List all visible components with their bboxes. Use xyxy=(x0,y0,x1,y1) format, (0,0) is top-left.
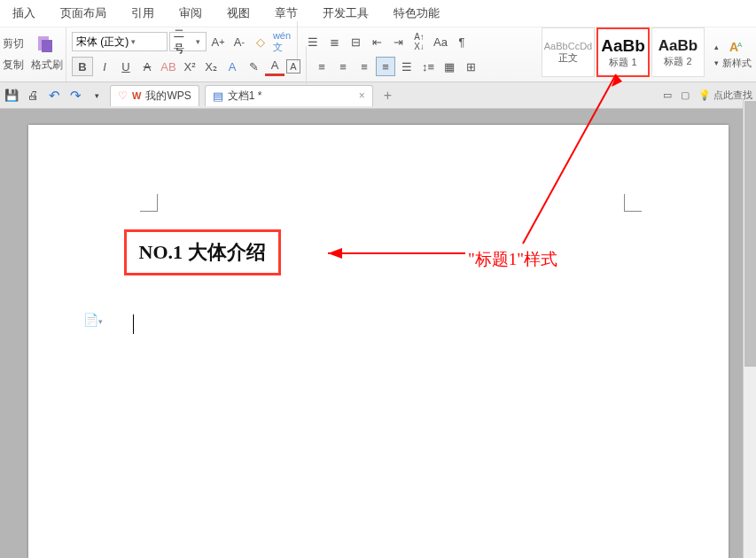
style-heading1[interactable]: AaBb 标题 1 xyxy=(596,27,650,77)
decrease-indent-icon[interactable]: ⇤ xyxy=(367,32,386,51)
menu-chapter[interactable]: 章节 xyxy=(262,2,310,25)
paragraph-options-icon[interactable]: 📄▾ xyxy=(83,313,103,327)
align-left-icon[interactable]: ≡ xyxy=(312,57,331,76)
new-style-icon: AA xyxy=(728,39,745,57)
heart-icon: ♡ xyxy=(118,89,128,102)
menu-reference[interactable]: 引用 xyxy=(119,2,167,25)
emphasis-icon[interactable]: AB xyxy=(159,57,178,76)
font-size-combo[interactable]: 二号▾ xyxy=(169,32,207,51)
bold-icon[interactable]: B xyxy=(72,57,93,76)
new-tab-icon[interactable]: + xyxy=(378,88,397,104)
multilevel-icon[interactable]: ⊟ xyxy=(346,32,365,51)
highlight-icon[interactable]: ✎ xyxy=(244,57,263,76)
underline-icon[interactable]: U xyxy=(116,57,136,76)
vertical-scrollbar[interactable] xyxy=(743,100,756,558)
cut-label[interactable]: 剪切 xyxy=(3,36,24,51)
close-tab-icon[interactable]: × xyxy=(359,89,365,102)
italic-icon[interactable]: I xyxy=(95,57,114,76)
phonetic-icon[interactable]: wén文 xyxy=(272,32,292,51)
align-justify-icon[interactable]: ≡ xyxy=(376,57,395,76)
annotation-label: "标题1"样式 xyxy=(468,248,557,271)
strike-icon[interactable]: A xyxy=(137,57,157,76)
menu-devtools[interactable]: 开发工具 xyxy=(310,2,381,25)
font-name-combo[interactable]: 宋体 (正文)▾ xyxy=(72,32,168,51)
increase-indent-icon[interactable]: ⇥ xyxy=(388,32,408,51)
numbering-icon[interactable]: ≣ xyxy=(324,32,344,51)
save-icon[interactable]: 💾 xyxy=(4,88,19,104)
qat-dropdown-icon[interactable]: ▾ xyxy=(89,88,105,104)
clear-format-icon[interactable]: ◇ xyxy=(251,32,270,51)
expand-icon[interactable]: ▢ xyxy=(681,89,690,101)
bulb-icon: 💡 xyxy=(698,89,711,101)
copy-label[interactable]: 复制 xyxy=(3,58,24,73)
document-tab-bar: 💾 🖨 ↶ ↷ ▾ ♡ W 我的WPS ▤ 文档1 * × + ▭ ▢ 💡点此查… xyxy=(0,82,756,109)
print-icon[interactable]: 🖨 xyxy=(25,88,41,104)
grow-font-icon[interactable]: A+ xyxy=(208,32,228,51)
heading1-text[interactable]: NO.1 大体介绍 xyxy=(139,241,266,263)
menu-insert[interactable]: 插入 xyxy=(0,2,48,25)
style-heading2[interactable]: AaBb 标题 2 xyxy=(651,27,705,77)
subscript-icon[interactable]: X₂ xyxy=(201,57,221,76)
change-case-icon[interactable]: Aa xyxy=(431,32,450,51)
sort-icon[interactable]: A↑X↓ xyxy=(409,32,429,51)
menu-bar: 插入 页面布局 引用 审阅 视图 章节 开发工具 特色功能 xyxy=(0,0,756,27)
text-effects-icon[interactable]: A xyxy=(222,57,242,76)
word-doc-icon: ▤ xyxy=(213,89,223,103)
show-marks-icon[interactable]: ¶ xyxy=(452,32,472,51)
margin-mark-tr xyxy=(624,194,642,212)
page[interactable]: NO.1 大体介绍 📄▾ xyxy=(28,125,729,558)
style-gallery: AaBbCcDd 正文 AaBb 标题 1 AaBb 标题 2 ▴ ▾ xyxy=(542,27,717,81)
line-spacing-icon[interactable]: ↕≡ xyxy=(418,57,438,76)
wrap-icon[interactable]: ▭ xyxy=(663,89,672,101)
shading-icon[interactable]: ▦ xyxy=(440,57,459,76)
align-center-icon[interactable]: ≡ xyxy=(333,57,353,76)
distribute-icon[interactable]: ☰ xyxy=(397,57,417,76)
superscript-icon[interactable]: X² xyxy=(180,57,199,76)
paste-icon[interactable] xyxy=(31,31,56,56)
heading1-highlight-box: NO.1 大体介绍 xyxy=(124,229,281,275)
align-right-icon[interactable]: ≡ xyxy=(355,57,374,76)
format-painter-label[interactable]: 格式刷 xyxy=(31,58,63,73)
wps-logo-icon: W xyxy=(132,90,141,101)
tab-document1[interactable]: ▤ 文档1 * × xyxy=(205,85,373,106)
char-border-icon[interactable]: A xyxy=(286,59,300,74)
menu-pagelayout[interactable]: 页面布局 xyxy=(48,2,119,25)
ribbon: 剪切 复制 格式刷 宋体 (正文)▾ 二号▾ A+ A- ◇ wén文 ☰ ≣ … xyxy=(0,27,756,82)
svg-text:A: A xyxy=(737,41,743,49)
text-cursor xyxy=(133,314,134,334)
scrollbar-thumb[interactable] xyxy=(744,101,756,367)
document-area: NO.1 大体介绍 📄▾ xyxy=(0,109,756,558)
font-color-icon[interactable]: A xyxy=(265,57,284,76)
menu-review[interactable]: 审阅 xyxy=(167,2,214,25)
redo-icon[interactable]: ↷ xyxy=(67,88,83,104)
borders-icon[interactable]: ⊞ xyxy=(461,57,480,76)
style-body[interactable]: AaBbCcDd 正文 xyxy=(542,27,595,77)
new-style-button[interactable]: AA 新样式 xyxy=(717,27,756,81)
shrink-font-icon[interactable]: A- xyxy=(230,32,249,51)
menu-view[interactable]: 视图 xyxy=(214,2,262,25)
margin-mark-tl xyxy=(140,194,158,212)
undo-icon[interactable]: ↶ xyxy=(46,88,62,104)
menu-special[interactable]: 特色功能 xyxy=(381,2,452,25)
clipboard-panel: 剪切 复制 格式刷 xyxy=(0,27,66,81)
font-paragraph-panel: 宋体 (正文)▾ 二号▾ A+ A- ◇ wén文 ☰ ≣ ⊟ ⇤ ⇥ A↑X↓… xyxy=(66,27,538,81)
tab-mywps[interactable]: ♡ W 我的WPS xyxy=(110,85,199,106)
